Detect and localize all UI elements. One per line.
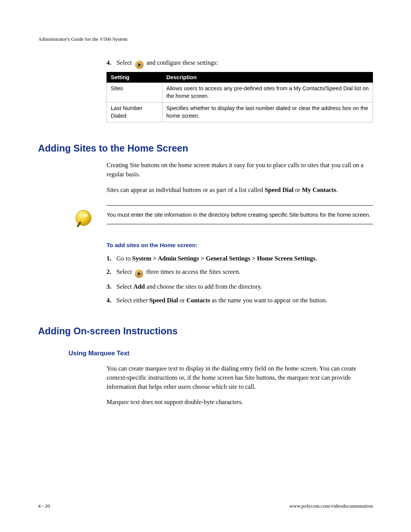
section-heading-adding-sites: Adding Sites to the Home Screen — [38, 143, 373, 154]
step-number: 4. — [107, 58, 115, 68]
section-heading-adding-instructions: Adding On-screen Instructions — [38, 326, 373, 337]
footer-url: www.polycom.com/videodocumentation — [289, 503, 373, 509]
subsection-heading-marquee: Using Marquee Text — [68, 350, 373, 357]
table-cell-description: Specifies whether to display the last nu… — [162, 102, 373, 122]
table-row: Last Number Dialed Specifies whether to … — [107, 102, 373, 122]
svg-point-0 — [76, 210, 91, 226]
paragraph: You can create marquee text to display i… — [107, 364, 373, 391]
paragraph: Marquee text does not support double-byt… — [107, 398, 373, 407]
table-header-setting: Setting — [107, 72, 162, 83]
step-item: Select three times to access the Sites s… — [107, 267, 373, 278]
step-4-line: 4. Select and configure these settings: — [107, 58, 373, 69]
table-header-row: Setting Description — [107, 72, 373, 83]
table-row: Sites Allows users to access any pre-def… — [107, 83, 373, 102]
table-cell-setting: Sites — [107, 83, 162, 102]
procedure-steps: Go to System > Admin Settings > General … — [107, 254, 373, 305]
step-text-after: and configure these settings: — [147, 59, 218, 66]
table-cell-description: Allows users to access any pre-defined s… — [162, 83, 373, 102]
step-item: Go to System > Admin Settings > General … — [107, 254, 373, 264]
paragraph: Sites can appear as individual buttons o… — [107, 185, 373, 195]
settings-table: Setting Description Sites Allows users t… — [107, 72, 373, 122]
paragraph: Creating Site buttons on the home screen… — [107, 161, 373, 179]
step-item: Select either Speed Dial or Contacts as … — [107, 296, 373, 305]
running-header: Administrator's Guide for the V500 Syste… — [38, 36, 373, 42]
table-header-description: Description — [162, 72, 373, 83]
svg-point-1 — [83, 214, 88, 217]
step-item: Select Add and choose the sites to add f… — [107, 282, 373, 292]
note-text: You must enter the site information in t… — [107, 205, 373, 224]
table-cell-setting: Last Number Dialed — [107, 102, 162, 122]
procedure-title: To add sites on the Home screen: — [107, 242, 373, 248]
arrow-right-icon — [135, 270, 143, 278]
arrow-right-icon — [135, 61, 143, 69]
page-number: 4 - 20 — [38, 503, 50, 509]
note-pin-icon — [74, 208, 94, 229]
step-text-before: Select — [116, 59, 132, 66]
